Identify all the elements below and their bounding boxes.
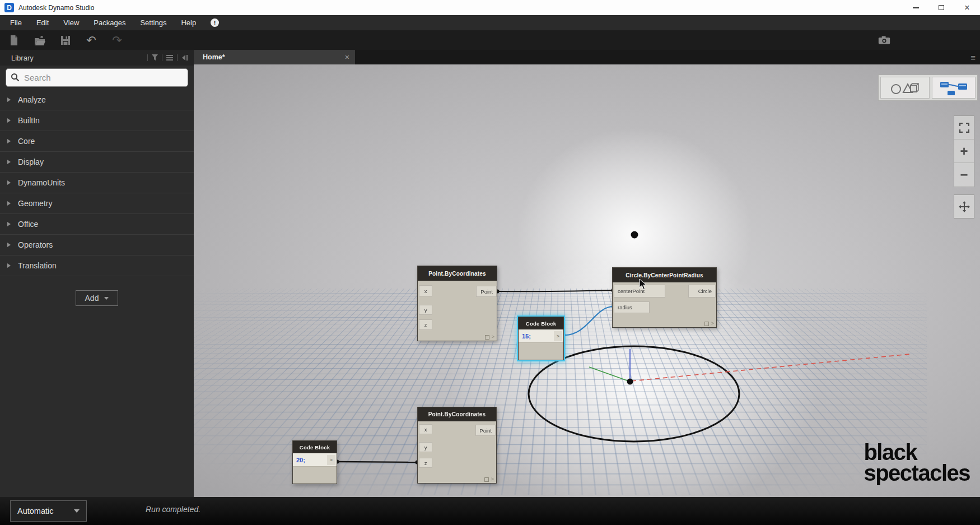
black-spectacles-watermark: black spectacles <box>864 442 970 484</box>
node-circle-bycenterpointradius[interactable]: Circle.ByCenterPointRadius centerPoint r… <box>612 267 717 328</box>
input-port-x[interactable]: x <box>419 285 432 296</box>
expand-arrow-icon <box>7 97 11 102</box>
filter-icon[interactable] <box>152 53 158 63</box>
layout-icon[interactable] <box>166 53 173 63</box>
output-port[interactable]: > <box>327 455 335 465</box>
node-title[interactable]: Code Block <box>293 441 337 453</box>
node-options[interactable]: > <box>704 321 714 326</box>
open-file-icon[interactable] <box>34 34 46 47</box>
minimize-icon <box>913 7 919 8</box>
input-port-radius[interactable]: radius <box>614 301 650 313</box>
sidebar-item-analyze[interactable]: Analyze <box>0 89 194 110</box>
menu-packages[interactable]: Packages <box>94 18 125 27</box>
input-port-y[interactable]: y <box>419 305 432 315</box>
search-icon <box>11 73 20 84</box>
new-file-icon[interactable] <box>8 34 20 47</box>
output-port-point[interactable]: Point <box>476 286 497 297</box>
maximize-button[interactable] <box>928 0 954 15</box>
app-window: D Autodesk Dynamo Studio × File Edit Vie… <box>0 0 980 525</box>
pan-button[interactable] <box>954 194 974 219</box>
zoom-out-button[interactable]: − <box>954 163 974 187</box>
input-port-x[interactable]: x <box>419 424 432 434</box>
fit-view-icon <box>959 123 969 133</box>
workspace-menu-icon[interactable]: ≡ <box>970 50 976 64</box>
node-title[interactable]: Code Block <box>519 317 563 329</box>
library-panel: Library Analyze BuiltIn Co <box>0 50 194 497</box>
node-code-block-bottom[interactable]: Code Block 20; > <box>292 440 337 484</box>
run-mode-dropdown[interactable]: Automatic <box>10 500 87 522</box>
window-title: Autodesk Dynamo Studio <box>18 4 94 12</box>
tab-home[interactable]: Home* × <box>194 50 355 64</box>
output-port-point[interactable]: Point <box>475 425 496 436</box>
zoom-controls: + − <box>954 115 974 187</box>
node-title[interactable]: Point.ByCoordinates <box>418 407 496 421</box>
mouse-cursor <box>639 279 648 292</box>
node-options[interactable]: > <box>484 477 494 482</box>
add-package-button[interactable]: Add <box>76 290 118 306</box>
expand-arrow-icon <box>7 118 11 123</box>
zoom-in-button[interactable]: + <box>954 140 974 163</box>
minimize-button[interactable] <box>903 0 928 15</box>
menu-help[interactable]: Help <box>181 18 196 27</box>
node-code-block-top[interactable]: Code Block 15; > <box>518 317 564 360</box>
status-bar: Automatic Run completed. <box>0 497 980 525</box>
expand-arrow-icon <box>7 263 11 268</box>
camera-icon[interactable] <box>878 34 890 47</box>
library-category-list: Analyze BuiltIn Core Display DynamoUnits… <box>0 89 194 276</box>
close-button[interactable]: × <box>954 0 980 15</box>
collapse-library-icon[interactable] <box>181 53 188 63</box>
menu-settings[interactable]: Settings <box>140 18 166 27</box>
sidebar-item-display[interactable]: Display <box>0 151 194 172</box>
sidebar-item-translation[interactable]: Translation <box>0 255 194 276</box>
node-title[interactable]: Point.ByCoordinates <box>418 266 497 281</box>
notification-icon[interactable]: ! <box>211 18 219 27</box>
graph-canvas[interactable]: Point.ByCoordinates x y z Point > Circle… <box>194 64 980 497</box>
collapse-icon: > <box>491 477 494 482</box>
node-point-bycoordinates-top[interactable]: Point.ByCoordinates x y z Point > <box>417 266 497 341</box>
pan-icon <box>959 201 970 212</box>
chevron-down-icon <box>104 297 109 300</box>
sidebar-item-operators[interactable]: Operators <box>0 234 194 255</box>
search-input[interactable] <box>6 68 188 87</box>
sidebar-item-builtin[interactable]: BuiltIn <box>0 110 194 131</box>
redo-icon[interactable]: ↷ <box>111 34 123 47</box>
expand-arrow-icon <box>7 222 11 226</box>
node-title[interactable]: Circle.ByCenterPointRadius <box>613 268 716 282</box>
input-port-z[interactable]: z <box>419 319 432 330</box>
node-options[interactable]: > <box>485 334 494 340</box>
menu-file[interactable]: File <box>10 18 22 27</box>
toolbar: ↶ ↷ <box>0 30 980 50</box>
output-port-circle[interactable]: Circle <box>688 285 716 298</box>
sidebar-item-office[interactable]: Office <box>0 213 194 234</box>
expand-arrow-icon <box>7 201 11 206</box>
menu-edit[interactable]: Edit <box>36 18 49 27</box>
undo-icon[interactable]: ↶ <box>85 34 97 47</box>
sidebar-item-geometry[interactable]: Geometry <box>0 193 194 213</box>
sidebar-item-dynamounits[interactable]: DynamoUnits <box>0 172 194 193</box>
graph-view-button[interactable] <box>932 77 976 99</box>
geometry-preview-button[interactable] <box>880 77 930 99</box>
expand-arrow-icon <box>7 160 11 164</box>
sidebar-item-core[interactable]: Core <box>0 131 194 151</box>
lacing-icon <box>704 322 709 326</box>
run-status-message: Run completed. <box>146 505 200 514</box>
zoom-fit-button[interactable] <box>954 116 974 140</box>
minus-icon: − <box>960 167 968 183</box>
code-value[interactable]: 20; <box>293 457 305 463</box>
expand-arrow-icon <box>7 139 11 143</box>
geometry-icon <box>889 81 921 95</box>
menu-view[interactable]: View <box>63 18 79 27</box>
title-bar: D Autodesk Dynamo Studio × <box>0 0 980 15</box>
expand-arrow-icon <box>7 180 11 185</box>
divider <box>162 54 162 61</box>
plus-icon: + <box>960 143 968 159</box>
output-port[interactable]: > <box>554 331 562 341</box>
node-point-bycoordinates-bottom[interactable]: Point.ByCoordinates x y z Point > <box>417 407 497 484</box>
chevron-down-icon <box>74 509 80 513</box>
save-icon[interactable] <box>59 34 72 47</box>
input-port-y[interactable]: y <box>419 442 432 452</box>
tab-close-icon[interactable]: × <box>345 53 349 61</box>
code-value[interactable]: 15; <box>519 333 531 340</box>
input-port-z[interactable]: z <box>419 458 432 468</box>
collapse-icon: > <box>711 321 714 326</box>
